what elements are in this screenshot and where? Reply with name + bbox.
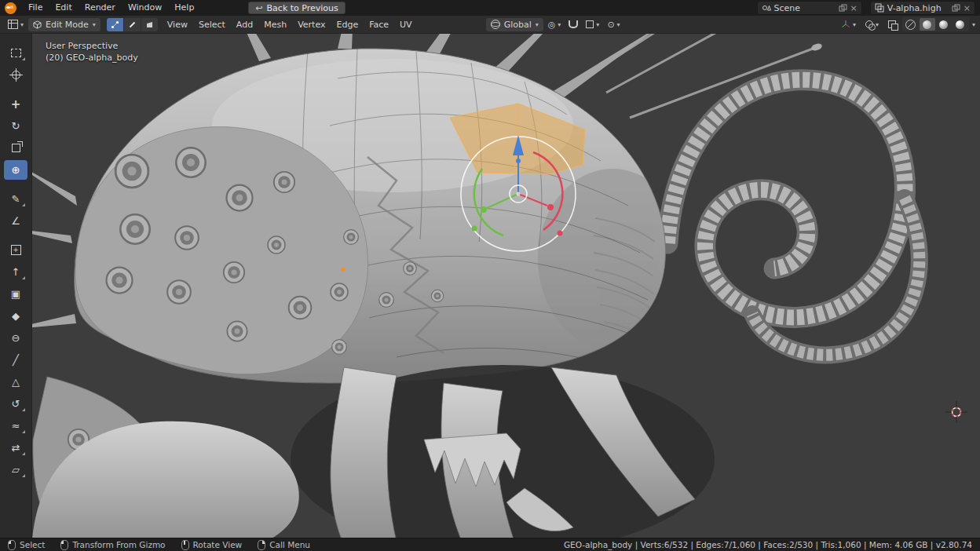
select-mode-edge-button[interactable] [124, 18, 141, 31]
menu-select[interactable]: Select [194, 20, 230, 30]
menu-add[interactable]: Add [232, 20, 258, 30]
material-sphere-icon [939, 20, 948, 29]
select-mode-face-button[interactable] [141, 18, 158, 31]
tool-spin[interactable]: ↺ [4, 394, 27, 414]
edge-slide-icon: ⇄ [12, 442, 20, 454]
transform-orientation-dropdown[interactable]: Global ▾ [486, 18, 543, 31]
viewport-overlay-text: User Perspective (20) GEO-alpha_body [46, 40, 138, 64]
menu-mesh[interactable]: Mesh [259, 20, 291, 30]
transform-gizmo[interactable] [461, 135, 576, 251]
wireframe-sphere-icon [905, 20, 916, 30]
new-view-layer-icon[interactable] [952, 4, 960, 13]
select-mode-vertex-button[interactable] [107, 18, 123, 31]
hint-label: Call Menu [269, 540, 310, 549]
extrude-icon: ↑ [12, 266, 20, 278]
tool-inset-faces[interactable]: ▣ [4, 284, 27, 304]
view-perspective-label: User Perspective [46, 40, 138, 52]
viewport-header-right: ▾ ▾ ▾ [838, 17, 975, 31]
menu-uv[interactable]: UV [395, 20, 417, 30]
pivot-point-dropdown[interactable]: ◎ ▾ [545, 18, 565, 31]
add-cube-icon: + [11, 245, 21, 255]
3d-cursor-icon [945, 401, 967, 423]
scene-icon [762, 3, 771, 13]
snap-toggle[interactable] [565, 18, 581, 31]
tool-transform[interactable]: ⊕ [4, 160, 27, 180]
proportional-editing-dropdown[interactable]: ⊙ ▾ [604, 18, 623, 31]
face-select-icon [145, 20, 154, 29]
magnet-icon [569, 20, 578, 28]
scale-icon [12, 144, 20, 152]
tool-knife[interactable]: ╱ [4, 350, 27, 370]
middle-mouse-icon [181, 540, 189, 550]
show-gizmo-dropdown[interactable]: ▾ [838, 18, 859, 31]
shading-wireframe-button[interactable] [903, 18, 919, 31]
return-arrow-icon: ↩ [255, 3, 262, 13]
view-layer-selector[interactable]: V-alpha.high × [870, 1, 975, 15]
menu-face[interactable]: Face [364, 20, 393, 30]
tool-shear[interactable]: ▱ [4, 460, 27, 480]
shading-solid-button[interactable] [920, 18, 935, 31]
mode-label: Edit Mode [46, 20, 89, 30]
overlays-dropdown[interactable]: ▾ [862, 18, 882, 31]
hint-select: Select [8, 540, 45, 550]
mode-dropdown[interactable]: Edit Mode ▾ [28, 18, 101, 31]
snap-target-icon [586, 20, 594, 28]
menu-edge[interactable]: Edge [331, 20, 363, 30]
rotate-icon: ↻ [12, 120, 20, 132]
left-mouse-icon [8, 540, 16, 550]
tool-cursor[interactable] [4, 65, 27, 85]
tool-extrude-region[interactable]: ↑ [4, 262, 27, 282]
shear-icon: ▱ [12, 464, 20, 476]
viewport-3d[interactable]: User Perspective (20) GEO-alpha_body [31, 34, 980, 538]
menu-help[interactable]: Help [169, 0, 199, 16]
tool-annotate[interactable]: ✎ [4, 189, 27, 209]
menu-view[interactable]: View [163, 20, 192, 30]
back-to-previous-button[interactable]: ↩ Back to Previous [248, 2, 345, 14]
shading-material-button[interactable] [936, 18, 952, 31]
editor-type-dropdown[interactable]: ▾ [5, 18, 27, 31]
measure-icon: ∠ [11, 215, 20, 227]
tool-select-box[interactable] [4, 43, 27, 63]
shading-rendered-button[interactable] [953, 18, 968, 31]
tool-loop-cut[interactable]: ⊖ [4, 328, 27, 348]
tool-rotate[interactable]: ↻ [4, 116, 27, 136]
shading-settings-dropdown[interactable]: ▾ [972, 21, 975, 28]
statusbar: Select Transform From Gizmo Rotate View … [0, 538, 980, 551]
tool-edge-slide[interactable]: ⇄ [4, 438, 27, 458]
rendered-sphere-icon [956, 20, 964, 29]
tool-move[interactable]: + [4, 94, 27, 114]
chevron-down-icon: ▾ [596, 21, 599, 28]
solid-sphere-icon [923, 20, 931, 29]
smooth-icon: ≈ [12, 420, 20, 432]
keymap-hints: Select Transform From Gizmo Rotate View … [8, 540, 310, 550]
snap-settings-dropdown[interactable]: ▾ [583, 18, 602, 31]
new-scene-icon[interactable] [839, 4, 847, 13]
tool-measure[interactable]: ∠ [4, 211, 27, 231]
menu-window[interactable]: Window [122, 0, 167, 16]
tool-smooth[interactable]: ≈ [4, 416, 27, 436]
move-icon: + [11, 97, 21, 111]
chevron-down-icon: ▾ [617, 21, 620, 28]
back-to-previous-label: Back to Previous [267, 3, 338, 13]
menu-edit[interactable]: Edit [49, 0, 77, 16]
viewport-header: ▾ Edit Mode ▾ View Select Add Mesh Verte… [0, 16, 980, 34]
view-layer-name: V-alpha.high [887, 3, 949, 13]
menu-vertex[interactable]: Vertex [293, 20, 330, 30]
viewport-canvas[interactable] [31, 34, 980, 538]
pivot-point-icon: ◎ [548, 20, 556, 30]
scene-name: Scene [774, 3, 836, 13]
tool-add-cube[interactable]: + [4, 240, 27, 260]
select-box-icon [11, 49, 21, 57]
blender-logo-icon[interactable] [5, 2, 16, 14]
remove-view-layer-icon[interactable]: × [964, 4, 971, 13]
viewport-shading-group [902, 17, 969, 31]
scene-selector[interactable]: Scene × [757, 1, 862, 15]
tool-scale[interactable] [4, 138, 27, 158]
unlink-scene-icon[interactable]: × [850, 4, 858, 13]
x-ray-icon [888, 20, 896, 28]
tool-bevel[interactable]: ◆ [4, 306, 27, 326]
menu-render[interactable]: Render [79, 0, 121, 16]
x-ray-toggle[interactable] [885, 18, 899, 31]
menu-file[interactable]: File [23, 0, 48, 16]
tool-poly-build[interactable]: △ [4, 372, 27, 392]
